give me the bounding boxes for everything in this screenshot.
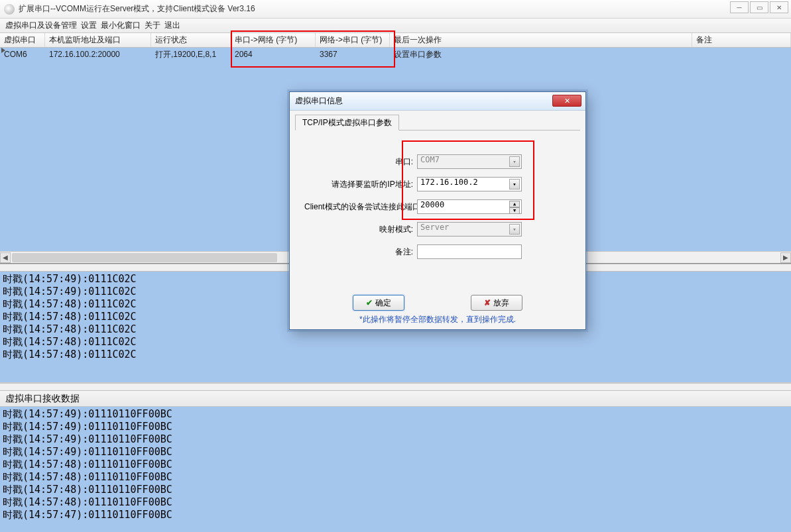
cell-lastop: 设置串口参数 (390, 48, 692, 61)
cell-addr: 172.16.100.2:20000 (45, 48, 151, 61)
cell-rx: 3367 (316, 48, 390, 61)
menu-settings[interactable]: 设置 (81, 20, 97, 31)
menu-devices[interactable]: 虚拟串口及设备管理 (5, 20, 77, 31)
spin-down-icon[interactable]: ▼ (509, 207, 520, 214)
cancel-label: 放弃 (493, 297, 509, 309)
chevron-down-icon[interactable]: ▾ (509, 179, 520, 189)
client-port-value: 20000 (420, 200, 444, 209)
menu-exit[interactable]: 退出 (164, 20, 180, 31)
cell-remark (692, 48, 791, 61)
log-line: 时戳(14:57:49):01110110FF00BC (3, 408, 788, 421)
log-line: 时戳(14:57:48):0111C02C (3, 348, 788, 361)
cancel-button[interactable]: ✘ 放弃 (471, 295, 522, 311)
tab-tcpip[interactable]: TCP/IP模式虚拟串口参数 (295, 115, 399, 131)
log-line: 时戳(14:57:48):01110110FF00BC (3, 484, 788, 496)
log-lines-2: 时戳(14:57:49):01110110FF00BC时戳(14:57:49):… (0, 407, 791, 523)
grid-header: 虚拟串口 本机监听地址及端口 运行状态 串口->网络 (字节) 网络->串口 (… (0, 33, 791, 48)
chevron-down-icon: ▾ (509, 224, 520, 235)
spin-buttons[interactable]: ▲▼ (509, 201, 520, 213)
x-icon: ✘ (484, 298, 491, 307)
window-title: 扩展串口--VCOMM运行在Server模式，支持Client模式设备 Ver3… (19, 3, 255, 15)
log2-header: 虚拟串口接收数据 (0, 391, 791, 407)
log-line: 时戳(14:57:48):01110110FF00BC (3, 458, 788, 471)
col-lastop-header[interactable]: 最后一次操作 (390, 33, 692, 47)
chevron-down-icon: ▾ (509, 156, 520, 167)
menu-bar: 虚拟串口及设备管理 设置 最小化窗口 关于 退出 (0, 19, 791, 33)
log-line: 时戳(14:57:49):01110110FF00BC (3, 433, 788, 446)
log-panel-2: 虚拟串口接收数据 时戳(14:57:49):01110110FF00BC时戳(1… (0, 391, 791, 532)
log-line: 时戳(14:57:48):01110110FF00BC (3, 496, 788, 509)
label-port: 串口 (304, 156, 417, 168)
log-line: 时戳(14:57:49):01110110FF00BC (3, 446, 788, 458)
col-status-header[interactable]: 运行状态 (151, 33, 231, 47)
log-line: 时戳(14:57:48):0111C02C (3, 336, 788, 348)
col-tx-header[interactable]: 串口->网络 (字节) (231, 33, 316, 47)
log-line: 时戳(14:57:47):01110110FF00BC (3, 509, 788, 521)
ip-select[interactable]: 172.16.100.2 ▾ (417, 177, 522, 191)
port-value: COM7 (420, 155, 440, 164)
label-client-port: Client模式的设备尝试连接此端口 (304, 201, 417, 213)
cell-status: 打开,19200,E,8,1 (151, 48, 231, 61)
mode-value: Server (420, 223, 449, 232)
dialog-titlebar[interactable]: 虚拟串口信息 ✕ (290, 92, 585, 111)
row-marker-icon (1, 48, 5, 53)
minimize-button[interactable]: ─ (730, 1, 749, 13)
col-addr-header[interactable]: 本机监听地址及端口 (45, 33, 151, 47)
table-row[interactable]: COM6 172.16.100.2:20000 打开,19200,E,8,1 2… (0, 48, 791, 61)
label-remark: 备注 (304, 246, 417, 258)
log-line: 时戳(14:57:49):01110110FF00BC (3, 421, 788, 433)
panel-divider-2[interactable] (0, 383, 791, 391)
client-port-input[interactable]: 20000 ▲▼ (417, 199, 522, 214)
dialog-footnote: *此操作将暂停全部数据转发，直到操作完成. (290, 314, 585, 325)
menu-about[interactable]: 关于 (145, 20, 160, 31)
dialog-close-button[interactable]: ✕ (552, 95, 581, 107)
serial-info-dialog: 虚拟串口信息 ✕ TCP/IP模式虚拟串口参数 串口 COM7 ▾ 请选择要监听… (289, 91, 586, 330)
spin-up-icon[interactable]: ▲ (509, 201, 520, 207)
ip-value: 172.16.100.2 (420, 178, 478, 187)
tab-strip: TCP/IP模式虚拟串口参数 (295, 115, 580, 131)
scroll-left-icon[interactable]: ◀ (0, 252, 11, 263)
col-serial-header[interactable]: 虚拟串口 (0, 33, 45, 47)
maximize-button[interactable]: ▭ (750, 1, 768, 13)
mode-select[interactable]: Server ▾ (417, 222, 522, 237)
dialog-title: 虚拟串口信息 (295, 95, 343, 107)
cell-tx: 2064 (231, 48, 316, 61)
col-remark-header[interactable]: 备注 (692, 33, 791, 47)
ok-button[interactable]: ✔ 确定 (353, 295, 404, 311)
remark-input[interactable] (417, 244, 522, 259)
scroll-thumb[interactable] (12, 253, 277, 262)
check-icon: ✔ (366, 298, 373, 307)
label-mode: 映射模式 (304, 224, 417, 235)
label-ip: 请选择要监听的IP地址 (304, 179, 417, 190)
menu-minimize[interactable]: 最小化窗口 (101, 20, 141, 31)
log-line: 时戳(14:57:48):01110110FF00BC (3, 471, 788, 484)
port-select[interactable]: COM7 ▾ (417, 154, 522, 169)
col-rx-header[interactable]: 网络->串口 (字节) (316, 33, 390, 47)
cell-serial: COM6 (0, 48, 45, 61)
close-button[interactable]: ✕ (770, 1, 788, 13)
ok-label: 确定 (375, 297, 391, 309)
app-icon (4, 4, 15, 15)
window-titlebar: 扩展串口--VCOMM运行在Server模式，支持Client模式设备 Ver3… (0, 0, 791, 19)
scroll-right-icon[interactable]: ▶ (780, 252, 791, 263)
